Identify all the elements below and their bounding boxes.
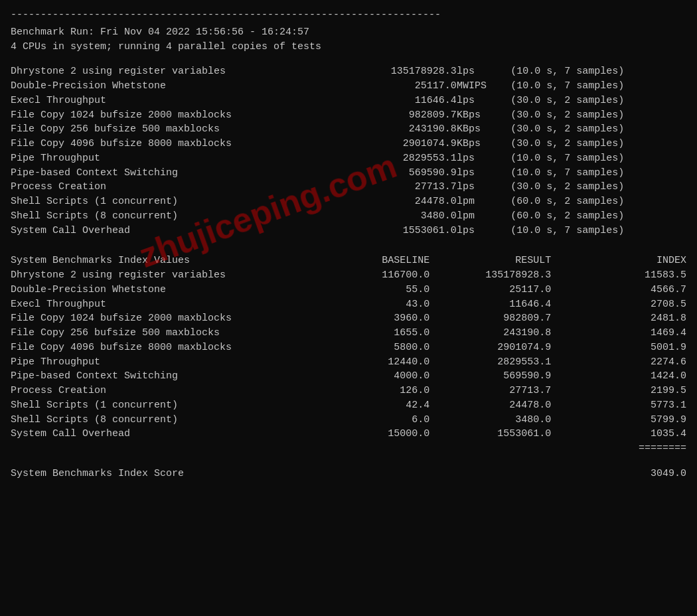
index-row: Dhrystone 2 using register variables 116… — [11, 268, 686, 283]
bench-detail: (30.0 s, 2 samples) — [510, 108, 686, 123]
index-row: Process Creation 126.0 27713.7 2199.5 — [11, 384, 686, 398]
index-row-result: 1553061.0 — [429, 427, 551, 441]
bench-unit: lps — [457, 64, 510, 79]
index-row-index: 5773.1 — [551, 398, 686, 413]
bench-row: File Copy 256 bufsize 500 maxblocks 2431… — [11, 122, 686, 137]
index-header-result: RESULT — [429, 254, 551, 268]
index-row: File Copy 4096 bufsize 8000 maxblocks 58… — [11, 341, 686, 355]
bench-detail: (30.0 s, 2 samples) — [510, 94, 686, 108]
index-header-row: System Benchmarks Index Values BASELINE … — [11, 254, 686, 268]
index-row: Shell Scripts (1 concurrent) 42.4 24478.… — [11, 398, 686, 413]
bench-detail: (10.0 s, 7 samples) — [510, 151, 686, 166]
index-row-name: Double-Precision Whetstone — [11, 283, 321, 297]
index-header-baseline: BASELINE — [321, 254, 429, 268]
bench-name: Execl Throughput — [11, 94, 362, 108]
index-row-index: 1035.4 — [551, 427, 686, 441]
bench-unit: MWIPS — [457, 79, 510, 94]
index-row-baseline: 3960.0 — [321, 311, 429, 326]
index-row-name: Pipe-based Context Switching — [11, 369, 321, 384]
equals-empty3 — [429, 441, 551, 456]
index-row-baseline: 1655.0 — [321, 326, 429, 341]
index-row-result: 2901074.9 — [429, 341, 551, 355]
bench-value: 2901074.9 — [362, 137, 457, 151]
bench-name: System Call Overhead — [11, 224, 362, 238]
bench-detail: (30.0 s, 2 samples) — [510, 137, 686, 151]
index-row-name: Pipe Throughput — [11, 355, 321, 370]
index-row: Execl Throughput 43.0 11646.4 2708.5 — [11, 297, 686, 312]
bench-name: Pipe-based Context Switching — [11, 166, 362, 181]
index-row-result: 11646.4 — [429, 297, 551, 312]
bench-value: 135178928.3 — [362, 64, 457, 79]
bench-name: File Copy 256 bufsize 500 maxblocks — [11, 122, 362, 137]
bench-unit: lps — [457, 224, 510, 238]
bench-row: Pipe Throughput 2829553.1 lps (10.0 s, 7… — [11, 151, 686, 166]
index-row-result: 2829553.1 — [429, 355, 551, 370]
index-row-name: Execl Throughput — [11, 297, 321, 312]
bench-detail: (10.0 s, 7 samples) — [510, 79, 686, 94]
bench-row: File Copy 1024 bufsize 2000 maxblocks 98… — [11, 108, 686, 123]
bench-name: File Copy 1024 bufsize 2000 maxblocks — [11, 108, 362, 123]
separator-top: ----------------------------------------… — [11, 8, 686, 23]
bench-detail: (10.0 s, 7 samples) — [510, 166, 686, 181]
bench-row: Double-Precision Whetstone 25117.0 MWIPS… — [11, 79, 686, 94]
index-row-baseline: 43.0 — [321, 297, 429, 312]
bench-value: 11646.4 — [362, 94, 457, 108]
bench-name: Shell Scripts (8 concurrent) — [11, 209, 362, 224]
bench-detail: (60.0 s, 2 samples) — [510, 194, 686, 209]
bench-value: 243190.8 — [362, 122, 457, 137]
header-section: Benchmark Run: Fri Nov 04 2022 15:56:56 … — [11, 25, 686, 54]
bench-value: 24478.0 — [362, 194, 457, 209]
index-row-result: 982809.7 — [429, 311, 551, 326]
index-row-baseline: 15000.0 — [321, 427, 429, 441]
index-row-name: Shell Scripts (1 concurrent) — [11, 398, 321, 413]
bench-row: System Call Overhead 1553061.0 lps (10.0… — [11, 224, 686, 238]
bench-name: Process Creation — [11, 180, 362, 194]
index-row-result: 243190.8 — [429, 326, 551, 341]
bench-detail: (10.0 s, 7 samples) — [510, 224, 686, 238]
index-header-index: INDEX — [551, 254, 686, 268]
bench-row: Execl Throughput 11646.4 lps (30.0 s, 2 … — [11, 94, 686, 108]
index-row-baseline: 126.0 — [321, 384, 429, 398]
bench-name: Pipe Throughput — [11, 151, 362, 166]
index-row: File Copy 1024 bufsize 2000 maxblocks 39… — [11, 311, 686, 326]
bench-detail: (30.0 s, 2 samples) — [510, 180, 686, 194]
index-row-result: 135178928.3 — [429, 268, 551, 283]
equals-empty1 — [11, 441, 321, 456]
bench-name: Dhrystone 2 using register variables — [11, 64, 362, 79]
bench-value: 982809.7 — [362, 108, 457, 123]
index-table: System Benchmarks Index Values BASELINE … — [11, 254, 686, 456]
bench-value: 569590.9 — [362, 166, 457, 181]
index-row-index: 1424.0 — [551, 369, 686, 384]
index-row-baseline: 6.0 — [321, 413, 429, 427]
bench-unit: KBps — [457, 137, 510, 151]
header-line2: 4 CPUs in system; running 4 parallel cop… — [11, 40, 686, 54]
index-row-index: 4566.7 — [551, 283, 686, 297]
index-row: Shell Scripts (8 concurrent) 6.0 3480.0 … — [11, 413, 686, 427]
index-row-index: 5799.9 — [551, 413, 686, 427]
bench-row: Shell Scripts (1 concurrent) 24478.0 lpm… — [11, 194, 686, 209]
bench-unit: lpm — [457, 209, 510, 224]
index-row-baseline: 4000.0 — [321, 369, 429, 384]
benchmark-table: Dhrystone 2 using register variables 135… — [11, 64, 686, 238]
index-row-baseline: 12440.0 — [321, 355, 429, 370]
index-header-label: System Benchmarks Index Values — [11, 254, 321, 268]
index-row-baseline: 116700.0 — [321, 268, 429, 283]
bench-unit: KBps — [457, 108, 510, 123]
index-row-name: File Copy 1024 bufsize 2000 maxblocks — [11, 311, 321, 326]
bench-name: Shell Scripts (1 concurrent) — [11, 194, 362, 209]
bench-value: 1553061.0 — [362, 224, 457, 238]
bench-unit: lps — [457, 151, 510, 166]
index-row-name: File Copy 256 bufsize 500 maxblocks — [11, 326, 321, 341]
index-row-name: Shell Scripts (8 concurrent) — [11, 413, 321, 427]
equals-empty2 — [321, 441, 429, 456]
index-row-baseline: 5800.0 — [321, 341, 429, 355]
bench-value: 3480.0 — [362, 209, 457, 224]
index-row-baseline: 55.0 — [321, 283, 429, 297]
bench-name: File Copy 4096 bufsize 8000 maxblocks — [11, 137, 362, 151]
bench-unit: KBps — [457, 122, 510, 137]
spacer1 — [11, 248, 686, 254]
score-label: System Benchmarks Index Score — [11, 467, 184, 481]
index-row-index: 2199.5 — [551, 384, 686, 398]
index-row-baseline: 42.4 — [321, 398, 429, 413]
index-row-name: System Call Overhead — [11, 427, 321, 441]
